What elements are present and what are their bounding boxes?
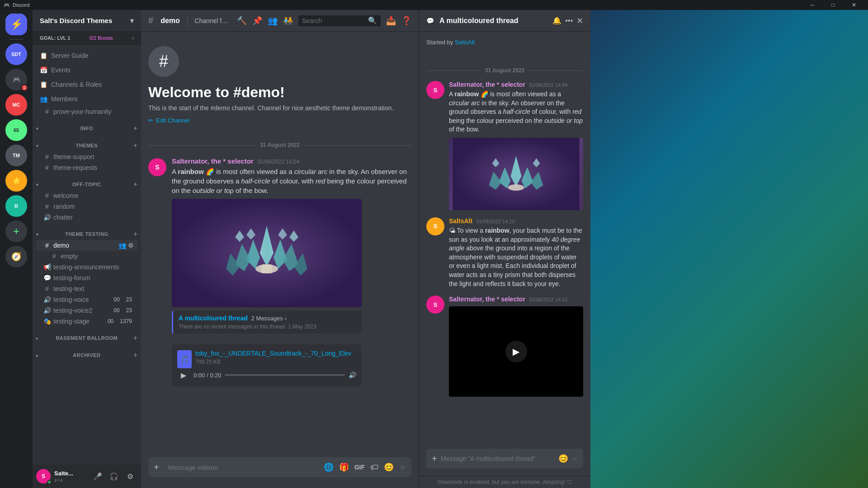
- thread-msg2-avatar[interactable]: S: [426, 217, 444, 235]
- server-header[interactable]: Salt's Discord Themes ▾: [33, 10, 141, 32]
- thread-msg1-image[interactable]: [449, 138, 583, 210]
- settings-action-icon[interactable]: ⚙: [128, 242, 134, 249]
- category-theme-testing[interactable]: ▾ THEME TESTING +: [33, 223, 141, 240]
- thread-emoji-icon[interactable]: 😊: [558, 454, 568, 464]
- sidebar-item-members[interactable]: 👥 Members: [33, 92, 141, 106]
- thread-tool-icon[interactable]: 🔨: [237, 16, 247, 26]
- channel-chatter[interactable]: 🔊 chatter: [36, 212, 137, 223]
- user-settings-button[interactable]: ⚙: [123, 469, 137, 483]
- channel-testing-voice[interactable]: 🔊 testing-voice 00 23: [36, 294, 137, 305]
- hash-icon-5: #: [43, 203, 51, 210]
- add-server-icon[interactable]: +: [5, 221, 27, 242]
- server-icon-1[interactable]: SDT: [5, 43, 27, 65]
- volume-icon[interactable]: 🔊: [349, 371, 356, 379]
- boost-count[interactable]: 0/2 Boosts: [90, 35, 113, 41]
- channel-testing-stage[interactable]: 🎭 testing-stage 00 1379: [36, 316, 137, 327]
- channel-empty[interactable]: # empty: [36, 251, 137, 262]
- thread-send-icon[interactable]: ➤: [572, 455, 578, 463]
- category-info[interactable]: ▾ INFO +: [33, 117, 141, 134]
- server-icon-4[interactable]: 65: [5, 119, 27, 141]
- archived-add-icon[interactable]: +: [133, 351, 137, 359]
- audio-attachment[interactable]: 🎵 toby_fox_-_UNDERTALE_Soundtrack_-_70_L…: [172, 344, 362, 387]
- basement-add-icon[interactable]: +: [133, 334, 137, 342]
- svg-point-23: [508, 184, 524, 191]
- thread-msg2-author[interactable]: SaltsAlt: [449, 217, 472, 225]
- msg1-author[interactable]: Salternator, the * selector: [172, 157, 254, 165]
- thread-messages-link[interactable]: 2 Messages ›: [251, 315, 287, 322]
- gift-icon[interactable]: 🎁: [339, 462, 349, 472]
- search-box[interactable]: 🔍: [298, 15, 381, 26]
- boost-bar[interactable]: GOAL: LVL 1 0/2 Boosts ›: [33, 32, 141, 45]
- category-add-icon[interactable]: +: [133, 124, 137, 132]
- pin-icon[interactable]: 📌: [252, 16, 262, 26]
- category-archived[interactable]: ▸ ARCHIVED +: [33, 344, 141, 361]
- channel-theme-support[interactable]: # theme-support: [36, 151, 137, 162]
- channel-testing-text[interactable]: # testing-text: [36, 283, 137, 294]
- category-off-topic[interactable]: ▾ OFF-TOPIC +: [33, 173, 141, 190]
- channel-welcome[interactable]: # welcome: [36, 190, 137, 201]
- thread-video-player[interactable]: ▶: [449, 306, 583, 397]
- close-button[interactable]: ✕: [844, 0, 864, 10]
- thread-add-icon[interactable]: +: [432, 454, 437, 464]
- channel-testing-forum[interactable]: 💬 testing-forum: [36, 272, 137, 283]
- chat-input-area: + 🌐 🎁 GIF 🏷 😊 ➤: [141, 457, 419, 488]
- channel-demo[interactable]: # demo 👥 ⚙: [36, 240, 137, 251]
- maximize-button[interactable]: □: [823, 0, 844, 10]
- msg1-avatar[interactable]: S: [148, 158, 166, 176]
- divider-line-left: [148, 145, 256, 145]
- video-play-button[interactable]: ▶: [505, 341, 527, 362]
- thread-msg1-author[interactable]: Salternator, the * selector: [449, 81, 525, 88]
- mute-button[interactable]: 🎤: [90, 469, 105, 483]
- help-icon[interactable]: ❓: [401, 16, 411, 26]
- thread-bell-icon[interactable]: 🔔: [552, 16, 561, 25]
- thread-close-icon[interactable]: ✕: [576, 16, 583, 26]
- thread-more-icon[interactable]: •••: [565, 17, 573, 25]
- msg1-image[interactable]: [172, 199, 362, 307]
- started-by-user[interactable]: SaltsAlt: [455, 39, 475, 46]
- themes-add-icon[interactable]: +: [133, 141, 137, 150]
- home-server-icon[interactable]: ⚡: [5, 14, 27, 35]
- inbox-icon[interactable]: 📥: [386, 16, 396, 26]
- sidebar-item-events[interactable]: 📅 Events: [33, 63, 141, 77]
- sidebar-item-channels-roles[interactable]: 📋 Channels & Roles: [33, 77, 141, 92]
- channel-random[interactable]: # random: [36, 201, 137, 212]
- sidebar-item-server-guide[interactable]: 📋 Server Guide: [33, 48, 141, 63]
- thread-name-link[interactable]: A multicoloured thread: [179, 314, 248, 322]
- thread-msg3-author[interactable]: Salternator, the * selector: [449, 296, 525, 303]
- category-themes[interactable]: ▾ THEMES +: [33, 134, 141, 151]
- category-basement-ballroom[interactable]: ▸ BASEMENT BALLROOM +: [33, 327, 141, 344]
- sticker-icon[interactable]: 🏷: [370, 463, 378, 472]
- message-input[interactable]: [168, 459, 320, 476]
- deafen-button[interactable]: 🎧: [107, 469, 121, 483]
- channel-prove-humanity[interactable]: # prove-your-humanity: [36, 106, 137, 117]
- thread-preview[interactable]: A multicoloured thread 2 Messages › Ther…: [172, 311, 362, 333]
- user-avatar[interactable]: S: [36, 469, 51, 483]
- send-icon[interactable]: ➤: [399, 462, 406, 472]
- edit-channel-button[interactable]: ✏ Edit Channel: [148, 117, 189, 124]
- server-icon-2[interactable]: 🎮 1: [5, 69, 27, 90]
- audio-progress-bar[interactable]: [225, 374, 345, 376]
- server-icon-3[interactable]: MC: [5, 94, 27, 116]
- channel-theme-requests[interactable]: # theme-requests: [36, 162, 137, 173]
- server-icon-5[interactable]: TM: [5, 145, 27, 166]
- theme-testing-add-icon[interactable]: +: [133, 230, 137, 238]
- channel-testing-announcements[interactable]: 📢 testing-announcements: [36, 262, 137, 272]
- thread-msg3-avatar[interactable]: S: [426, 296, 444, 314]
- thread-msg1-avatar[interactable]: S: [426, 81, 444, 99]
- gif-icon[interactable]: GIF: [354, 464, 365, 471]
- search-input[interactable]: [302, 17, 365, 24]
- explore-servers-icon[interactable]: 🧭: [5, 246, 27, 267]
- channel-testing-voice2[interactable]: 🔊 testing-voice2 00 23: [36, 305, 137, 316]
- play-button[interactable]: ▶: [177, 369, 190, 381]
- emoji-icon[interactable]: 😊: [384, 462, 394, 472]
- server-icon-6[interactable]: 🌟: [5, 170, 27, 192]
- translate-icon[interactable]: 🌐: [324, 462, 334, 472]
- add-members-icon[interactable]: 👥: [268, 16, 278, 26]
- add-attachment-icon[interactable]: +: [154, 462, 165, 473]
- thread-message-input[interactable]: [441, 450, 555, 467]
- minimize-button[interactable]: ─: [802, 0, 823, 10]
- members-list-icon[interactable]: 🧑‍🤝‍🧑: [283, 16, 293, 26]
- server-icon-7[interactable]: R: [5, 195, 27, 217]
- off-topic-add-icon[interactable]: +: [133, 180, 137, 188]
- members-action-icon[interactable]: 👥: [118, 242, 126, 249]
